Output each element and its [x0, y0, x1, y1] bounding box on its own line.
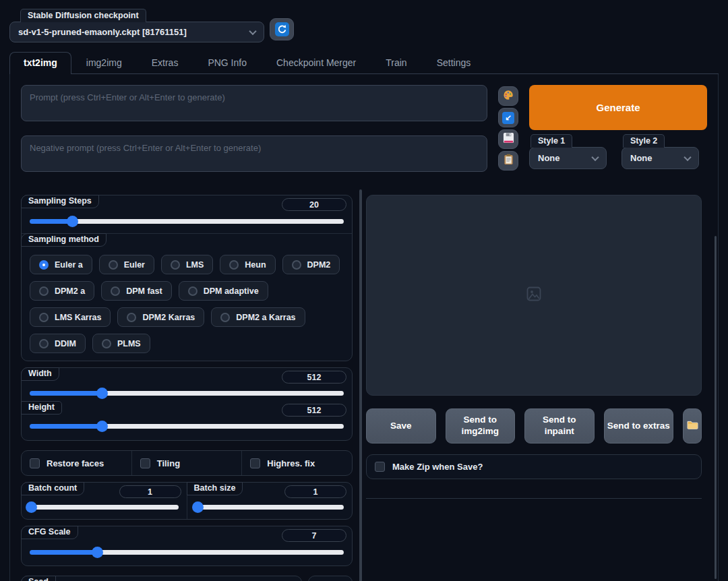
- tab-extras[interactable]: Extras: [137, 53, 193, 73]
- refresh-icon: [275, 22, 289, 36]
- seed-row: Seed Extra: [21, 576, 353, 581]
- height-slider[interactable]: [30, 420, 344, 432]
- radio-icon: [171, 260, 180, 270]
- open-folder-icon: [687, 420, 698, 433]
- radio-dpm2[interactable]: DPM2: [282, 255, 340, 274]
- sampling-group: Sampling Steps 20 Sampling method Euler …: [21, 195, 353, 361]
- radio-lms[interactable]: LMS: [161, 255, 213, 274]
- paste-params-arrow-icon: [502, 112, 514, 124]
- checkpoint-dropdown[interactable]: sd-v1-5-pruned-emaonly.ckpt [81761151]: [9, 22, 264, 42]
- batch-count-value[interactable]: 1: [119, 485, 181, 498]
- height-value[interactable]: 512: [282, 404, 346, 417]
- negative-prompt-input[interactable]: [21, 135, 487, 172]
- main-tabbar: txt2img img2img Extras PNG Info Checkpoi…: [9, 52, 719, 74]
- generate-button[interactable]: Generate: [529, 85, 707, 130]
- radio-dpm2-a[interactable]: DPM2 a: [30, 281, 94, 301]
- image-placeholder-icon: [526, 286, 542, 305]
- tab-txt2img[interactable]: txt2img: [9, 52, 71, 74]
- radio-icon: [127, 313, 136, 322]
- sampling-method-label: Sampling method: [21, 233, 107, 247]
- radio-dpm2-karras[interactable]: DPM2 Karras: [117, 307, 204, 327]
- slider-thumb[interactable]: [96, 421, 108, 432]
- divider: [366, 498, 702, 499]
- page-scrollbar[interactable]: [715, 236, 717, 579]
- send-to-inpaint-button[interactable]: Send to inpaint: [524, 408, 595, 444]
- settings-column: Sampling Steps 20 Sampling method Euler …: [21, 195, 353, 581]
- width-slider[interactable]: [30, 387, 344, 399]
- tiling-option[interactable]: Tiling: [131, 451, 242, 475]
- radio-icon: [188, 286, 198, 296]
- radio-icon: [292, 260, 301, 270]
- dimensions-group: Width 512 Height 512: [21, 367, 353, 441]
- highres-fix-checkbox[interactable]: [250, 458, 260, 468]
- radio-heun[interactable]: Heun: [220, 255, 275, 274]
- sampling-steps-value[interactable]: 20: [282, 198, 346, 211]
- radio-dpm-adaptive[interactable]: DPM adaptive: [179, 281, 268, 301]
- batch-size-value[interactable]: 1: [284, 485, 346, 498]
- style2-label: Style 2: [623, 134, 665, 148]
- radio-dpm2-a-karras[interactable]: DPM2 a Karras: [211, 307, 305, 327]
- chevron-down-icon: [249, 27, 256, 34]
- restore-faces-checkbox[interactable]: [30, 458, 40, 468]
- radio-icon: [39, 286, 49, 296]
- seed-group: Seed: [21, 576, 302, 581]
- width-value[interactable]: 512: [282, 371, 346, 384]
- seed-extra-option[interactable]: Extra: [308, 576, 353, 581]
- slider-thumb[interactable]: [26, 501, 37, 513]
- radio-dpm-fast[interactable]: DPM fast: [101, 281, 171, 301]
- batch-count-label: Batch count: [21, 482, 84, 495]
- prompt-input[interactable]: [21, 85, 487, 121]
- cfg-scale-value[interactable]: 7: [282, 529, 346, 542]
- tiling-checkbox[interactable]: [140, 458, 150, 468]
- output-buttons: Save Send to img2img Send to inpaint Sen…: [366, 408, 702, 444]
- send-to-extras-button[interactable]: Send to extras: [604, 408, 674, 444]
- refresh-checkpoints-button[interactable]: [270, 18, 294, 40]
- seed-label: Seed: [21, 576, 56, 581]
- restore-faces-option[interactable]: Restore faces: [22, 451, 131, 475]
- cfg-scale-slider[interactable]: [30, 546, 344, 558]
- highres-fix-option[interactable]: Highres. fix: [241, 451, 352, 475]
- slider-thumb[interactable]: [192, 501, 204, 513]
- prompt-column: [21, 85, 487, 175]
- style2-dropdown[interactable]: None: [621, 147, 699, 169]
- sampling-steps-label: Sampling Steps: [21, 195, 99, 208]
- send-to-img2img-button[interactable]: Send to img2img: [446, 408, 516, 444]
- height-label: Height: [21, 401, 62, 415]
- radio-ddim[interactable]: DDIM: [30, 334, 86, 353]
- prompt-tool-buttons: [498, 85, 518, 175]
- tab-png-info[interactable]: PNG Info: [193, 53, 262, 73]
- output-column: Save Send to img2img Send to inpaint Sen…: [366, 195, 702, 581]
- radio-icon: [39, 260, 49, 270]
- tab-train[interactable]: Train: [371, 53, 421, 73]
- radio-icon: [39, 339, 49, 348]
- style1-dropdown[interactable]: None: [529, 147, 607, 169]
- slider-thumb[interactable]: [96, 388, 108, 399]
- radio-lms-karras[interactable]: LMS Karras: [30, 307, 111, 327]
- save-style-button[interactable]: [498, 129, 518, 149]
- slider-thumb[interactable]: [67, 216, 78, 227]
- roll-artist-button[interactable]: [498, 86, 518, 106]
- width-label: Width: [21, 367, 59, 381]
- tab-settings[interactable]: Settings: [422, 53, 486, 73]
- radio-euler-a[interactable]: Euler a: [30, 255, 92, 274]
- paste-generation-params-button[interactable]: [498, 108, 518, 127]
- sampling-steps-slider[interactable]: [30, 215, 344, 227]
- settings-scrollbar[interactable]: [359, 189, 362, 581]
- radio-plms[interactable]: PLMS: [92, 334, 150, 353]
- radio-euler[interactable]: Euler: [99, 255, 154, 274]
- generate-column: Generate Style 1 None Style 2 None: [529, 85, 707, 175]
- style2-value: None: [630, 153, 653, 163]
- tab-checkpoint-merger[interactable]: Checkpoint Merger: [262, 53, 371, 73]
- tiling-label: Tiling: [157, 458, 180, 468]
- apply-style-button[interactable]: [498, 151, 518, 171]
- batch-count-slider[interactable]: [30, 501, 179, 513]
- batch-size-slider[interactable]: [195, 501, 344, 513]
- make-zip-checkbox[interactable]: [375, 462, 385, 472]
- highres-fix-label: Highres. fix: [267, 458, 315, 468]
- open-output-folder-button[interactable]: [683, 408, 702, 444]
- make-zip-option[interactable]: Make Zip when Save?: [366, 454, 702, 479]
- tab-img2img[interactable]: img2img: [71, 53, 137, 73]
- style1-value: None: [538, 153, 560, 163]
- save-button[interactable]: Save: [366, 408, 436, 444]
- slider-thumb[interactable]: [92, 547, 103, 558]
